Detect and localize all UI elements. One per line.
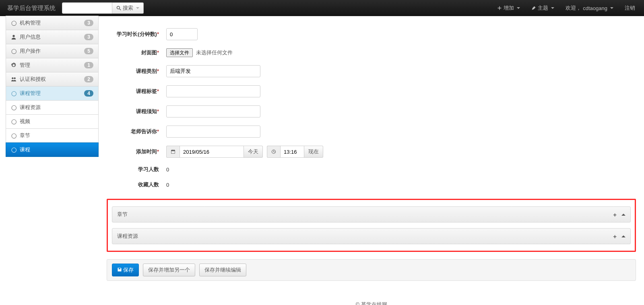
save-icon	[117, 267, 122, 272]
caret-down-icon	[517, 7, 520, 9]
badge: 3	[84, 20, 93, 26]
learners-label: 学习人数	[107, 166, 159, 173]
caret-down-icon	[551, 7, 554, 9]
category-input[interactable]	[166, 65, 260, 77]
learners-value: 0	[166, 167, 169, 173]
app-title: 慕学后台管理系统	[5, 4, 60, 12]
sidebar: ◯ 机构管理 3 用户信息 3 ◯ 用户操作 5 管理	[0, 16, 99, 157]
svg-point-4	[12, 35, 14, 37]
duration-label: 学习时长(分钟数)*	[107, 31, 159, 38]
svg-rect-10	[174, 150, 175, 150]
svg-rect-8	[171, 150, 175, 151]
logout-link[interactable]: 注销	[621, 0, 639, 16]
inline-resource-panel[interactable]: 课程资源	[112, 228, 631, 244]
svg-line-1	[120, 9, 121, 10]
choose-file-button[interactable]: 选择文件	[166, 48, 193, 57]
sidebar-item-auth[interactable]: 认证和授权 2	[6, 72, 99, 87]
duration-input[interactable]	[166, 28, 198, 40]
teacher-say-label: 老师告诉你*	[107, 128, 159, 135]
save-button[interactable]: 保存	[112, 264, 139, 276]
badge: 5	[84, 48, 93, 54]
main-content: 学习时长(分钟数)* 封面图* 选择文件 未选择任何文件 课程类别* 课程标签*…	[99, 16, 644, 305]
add-menu[interactable]: 增加	[493, 0, 524, 16]
nav-right: 增加 主题 欢迎， cdtaogang 注销	[493, 0, 639, 16]
cover-label: 封面图*	[107, 49, 159, 56]
action-bar: 保存 保存并增加另一个 保存并继续编辑	[107, 259, 636, 281]
badge: 1	[84, 62, 93, 68]
plus-icon	[497, 6, 502, 10]
footer: © 慕学在线网	[107, 301, 636, 305]
teacher-say-input[interactable]	[166, 126, 260, 138]
favs-label: 收藏人数	[107, 181, 159, 188]
caret-down-icon	[610, 7, 613, 9]
user-icon	[11, 34, 17, 40]
caret-down-icon	[136, 7, 139, 9]
time-input[interactable]	[280, 146, 304, 158]
sidebar-item-org[interactable]: ◯ 机构管理 3	[6, 16, 99, 30]
badge: 2	[84, 76, 93, 82]
sidebar-item-userop[interactable]: ◯ 用户操作 5	[6, 44, 99, 58]
search-group: 搜索	[62, 2, 144, 14]
category-label: 课程类别*	[107, 68, 159, 75]
now-button[interactable]: 现在	[304, 146, 323, 158]
sidebar-item-userinfo[interactable]: 用户信息 3	[6, 30, 99, 44]
plus-icon[interactable]	[613, 233, 617, 240]
favs-value: 0	[166, 182, 169, 188]
tag-input[interactable]	[166, 85, 260, 97]
circle-icon: ◯	[11, 119, 17, 124]
svg-point-5	[12, 77, 13, 79]
svg-point-0	[117, 6, 120, 9]
circle-icon: ◯	[11, 20, 17, 26]
group-icon	[11, 76, 17, 82]
svg-rect-9	[172, 150, 173, 150]
circle-icon: ◯	[11, 133, 17, 138]
sidebar-item-course-resource[interactable]: ◯ 课程资源	[6, 100, 99, 115]
save-add-button[interactable]: 保存并增加另一个	[143, 264, 195, 276]
inline-lesson-panel[interactable]: 章节	[112, 206, 631, 223]
today-button[interactable]: 今天	[244, 146, 263, 158]
svg-rect-3	[498, 8, 502, 8]
clock-icon	[267, 146, 280, 158]
sidebar-item-video[interactable]: ◯ 视频	[6, 114, 99, 129]
circle-icon: ◯	[11, 91, 17, 96]
sidebar-item-admin[interactable]: 管理 1	[6, 58, 99, 72]
circle-icon: ◯	[11, 147, 17, 152]
pencil-icon	[531, 6, 536, 10]
search-icon	[116, 6, 121, 10]
search-input[interactable]	[62, 2, 112, 14]
notice-input[interactable]	[166, 105, 260, 117]
badge: 3	[84, 34, 93, 40]
sidebar-item-course[interactable]: ◯ 课程	[6, 142, 99, 157]
inline-area: 章节 课程资源	[107, 199, 636, 252]
circle-icon: ◯	[11, 105, 17, 110]
save-continue-button[interactable]: 保存并继续编辑	[199, 264, 246, 276]
file-status: 未选择任何文件	[196, 49, 233, 56]
sidebar-item-course-admin[interactable]: ◯ 课程管理 4	[6, 86, 99, 101]
badge: 4	[84, 90, 93, 97]
sidebar-item-lesson[interactable]: ◯ 章节	[6, 128, 99, 143]
theme-menu[interactable]: 主题	[527, 0, 558, 16]
circle-icon: ◯	[11, 48, 17, 54]
calendar-icon	[166, 146, 180, 158]
chevron-up-icon[interactable]	[621, 235, 625, 237]
plus-icon[interactable]	[613, 211, 617, 218]
date-input[interactable]	[180, 146, 244, 158]
add-time-label: 添加时间*	[107, 148, 159, 155]
notice-label: 课程须知*	[107, 108, 159, 115]
gear-icon	[11, 62, 17, 68]
chevron-up-icon[interactable]	[621, 214, 625, 216]
svg-point-6	[14, 77, 15, 79]
user-menu[interactable]: 欢迎， cdtaogang	[561, 0, 617, 16]
tag-label: 课程标签*	[107, 88, 159, 95]
navbar: 慕学后台管理系统 搜索 增加 主题 欢迎， cdtaogang 注销	[0, 0, 644, 16]
search-button[interactable]: 搜索	[112, 2, 144, 14]
